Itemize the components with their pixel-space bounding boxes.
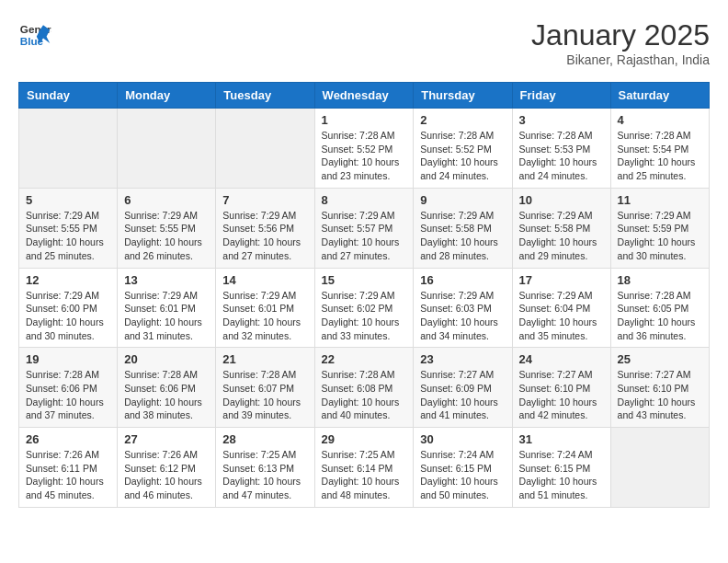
day-info: Sunrise: 7:29 AM Sunset: 5:59 PM Dayligh…	[618, 209, 702, 263]
location-subtitle: Bikaner, Rajasthan, India	[531, 52, 710, 67]
weekday-header-cell: Sunday	[19, 83, 118, 109]
calendar-cell: 23Sunrise: 7:27 AM Sunset: 6:09 PM Dayli…	[414, 348, 512, 428]
calendar-cell: 2Sunrise: 7:28 AM Sunset: 5:52 PM Daylig…	[414, 109, 512, 189]
day-number: 22	[322, 352, 407, 366]
weekday-header-cell: Tuesday	[216, 83, 314, 109]
day-info: Sunrise: 7:29 AM Sunset: 6:01 PM Dayligh…	[124, 289, 209, 343]
day-number: 15	[322, 273, 407, 287]
day-number: 2	[420, 113, 505, 127]
day-number: 7	[222, 193, 307, 207]
day-number: 31	[519, 432, 604, 446]
day-info: Sunrise: 7:26 AM Sunset: 6:12 PM Dayligh…	[124, 448, 209, 502]
calendar-cell: 16Sunrise: 7:29 AM Sunset: 6:03 PM Dayli…	[414, 268, 512, 348]
day-number: 29	[322, 432, 407, 446]
calendar-cell: 21Sunrise: 7:28 AM Sunset: 6:07 PM Dayli…	[216, 348, 314, 428]
day-info: Sunrise: 7:25 AM Sunset: 6:14 PM Dayligh…	[322, 448, 407, 502]
day-info: Sunrise: 7:29 AM Sunset: 5:58 PM Dayligh…	[420, 209, 505, 263]
calendar-cell: 30Sunrise: 7:24 AM Sunset: 6:15 PM Dayli…	[414, 428, 512, 508]
day-info: Sunrise: 7:24 AM Sunset: 6:15 PM Dayligh…	[420, 448, 505, 502]
calendar-cell: 25Sunrise: 7:27 AM Sunset: 6:10 PM Dayli…	[610, 348, 709, 428]
day-info: Sunrise: 7:29 AM Sunset: 5:58 PM Dayligh…	[519, 209, 604, 263]
day-number: 21	[222, 352, 307, 366]
day-info: Sunrise: 7:28 AM Sunset: 5:54 PM Dayligh…	[618, 129, 702, 183]
weekday-header-cell: Friday	[512, 83, 610, 109]
calendar-cell: 9Sunrise: 7:29 AM Sunset: 5:58 PM Daylig…	[414, 188, 512, 268]
day-info: Sunrise: 7:24 AM Sunset: 6:15 PM Dayligh…	[519, 448, 604, 502]
day-number: 12	[26, 273, 110, 287]
calendar-cell: 8Sunrise: 7:29 AM Sunset: 5:57 PM Daylig…	[314, 188, 414, 268]
weekday-header-cell: Thursday	[414, 83, 512, 109]
day-info: Sunrise: 7:27 AM Sunset: 6:10 PM Dayligh…	[618, 368, 702, 422]
day-number: 8	[322, 193, 407, 207]
calendar-cell: 6Sunrise: 7:29 AM Sunset: 5:55 PM Daylig…	[118, 188, 216, 268]
day-info: Sunrise: 7:25 AM Sunset: 6:13 PM Dayligh…	[222, 448, 307, 502]
day-number: 24	[519, 352, 604, 366]
page-header: General Blue January 2025 Bikaner, Rajas…	[18, 18, 710, 67]
day-info: Sunrise: 7:28 AM Sunset: 5:53 PM Dayligh…	[519, 129, 604, 183]
calendar-week-row: 5Sunrise: 7:29 AM Sunset: 5:55 PM Daylig…	[19, 188, 710, 268]
day-number: 4	[618, 113, 702, 127]
day-number: 19	[26, 352, 110, 366]
day-info: Sunrise: 7:29 AM Sunset: 6:03 PM Dayligh…	[420, 289, 505, 343]
calendar-cell: 29Sunrise: 7:25 AM Sunset: 6:14 PM Dayli…	[314, 428, 414, 508]
weekday-header-cell: Saturday	[610, 83, 709, 109]
calendar-cell: 13Sunrise: 7:29 AM Sunset: 6:01 PM Dayli…	[118, 268, 216, 348]
calendar-cell: 14Sunrise: 7:29 AM Sunset: 6:01 PM Dayli…	[216, 268, 314, 348]
day-number: 16	[420, 273, 505, 287]
day-number: 11	[618, 193, 702, 207]
day-number: 17	[519, 273, 604, 287]
day-info: Sunrise: 7:27 AM Sunset: 6:10 PM Dayligh…	[519, 368, 604, 422]
day-number: 3	[519, 113, 604, 127]
calendar-cell: 28Sunrise: 7:25 AM Sunset: 6:13 PM Dayli…	[216, 428, 314, 508]
calendar-cell: 20Sunrise: 7:28 AM Sunset: 6:06 PM Dayli…	[118, 348, 216, 428]
calendar-cell: 18Sunrise: 7:28 AM Sunset: 6:05 PM Dayli…	[610, 268, 709, 348]
day-number: 1	[322, 113, 407, 127]
calendar-cell: 17Sunrise: 7:29 AM Sunset: 6:04 PM Dayli…	[512, 268, 610, 348]
calendar-week-row: 12Sunrise: 7:29 AM Sunset: 6:00 PM Dayli…	[19, 268, 710, 348]
calendar-table: SundayMondayTuesdayWednesdayThursdayFrid…	[18, 82, 710, 508]
day-info: Sunrise: 7:29 AM Sunset: 5:56 PM Dayligh…	[222, 209, 307, 263]
day-info: Sunrise: 7:26 AM Sunset: 6:11 PM Dayligh…	[26, 448, 110, 502]
calendar-week-row: 19Sunrise: 7:28 AM Sunset: 6:06 PM Dayli…	[19, 348, 710, 428]
weekday-header-cell: Wednesday	[314, 83, 414, 109]
day-number: 5	[26, 193, 110, 207]
calendar-cell	[216, 109, 314, 189]
day-info: Sunrise: 7:28 AM Sunset: 5:52 PM Dayligh…	[322, 129, 407, 183]
day-number: 20	[124, 352, 209, 366]
day-info: Sunrise: 7:29 AM Sunset: 6:02 PM Dayligh…	[322, 289, 407, 343]
calendar-cell	[610, 428, 709, 508]
day-info: Sunrise: 7:27 AM Sunset: 6:09 PM Dayligh…	[420, 368, 505, 422]
month-title: January 2025	[531, 18, 710, 52]
calendar-cell: 4Sunrise: 7:28 AM Sunset: 5:54 PM Daylig…	[610, 109, 709, 189]
day-number: 25	[618, 352, 702, 366]
day-info: Sunrise: 7:28 AM Sunset: 6:06 PM Dayligh…	[26, 368, 110, 422]
day-number: 23	[420, 352, 505, 366]
day-number: 30	[420, 432, 505, 446]
calendar-cell	[19, 109, 118, 189]
day-info: Sunrise: 7:28 AM Sunset: 6:07 PM Dayligh…	[222, 368, 307, 422]
calendar-cell: 1Sunrise: 7:28 AM Sunset: 5:52 PM Daylig…	[314, 109, 414, 189]
calendar-cell: 24Sunrise: 7:27 AM Sunset: 6:10 PM Dayli…	[512, 348, 610, 428]
day-number: 26	[26, 432, 110, 446]
calendar-week-row: 1Sunrise: 7:28 AM Sunset: 5:52 PM Daylig…	[19, 109, 710, 189]
calendar-cell: 22Sunrise: 7:28 AM Sunset: 6:08 PM Dayli…	[314, 348, 414, 428]
weekday-header-cell: Monday	[118, 83, 216, 109]
day-info: Sunrise: 7:29 AM Sunset: 5:55 PM Dayligh…	[26, 209, 110, 263]
day-number: 6	[124, 193, 209, 207]
weekday-header-row: SundayMondayTuesdayWednesdayThursdayFrid…	[19, 83, 710, 109]
calendar-week-row: 26Sunrise: 7:26 AM Sunset: 6:11 PM Dayli…	[19, 428, 710, 508]
day-info: Sunrise: 7:29 AM Sunset: 6:04 PM Dayligh…	[519, 289, 604, 343]
day-info: Sunrise: 7:29 AM Sunset: 6:01 PM Dayligh…	[222, 289, 307, 343]
day-number: 10	[519, 193, 604, 207]
calendar-cell: 27Sunrise: 7:26 AM Sunset: 6:12 PM Dayli…	[118, 428, 216, 508]
calendar-cell: 31Sunrise: 7:24 AM Sunset: 6:15 PM Dayli…	[512, 428, 610, 508]
calendar-cell: 3Sunrise: 7:28 AM Sunset: 5:53 PM Daylig…	[512, 109, 610, 189]
calendar-cell: 12Sunrise: 7:29 AM Sunset: 6:00 PM Dayli…	[19, 268, 118, 348]
calendar-cell: 10Sunrise: 7:29 AM Sunset: 5:58 PM Dayli…	[512, 188, 610, 268]
calendar-cell: 11Sunrise: 7:29 AM Sunset: 5:59 PM Dayli…	[610, 188, 709, 268]
calendar-cell: 15Sunrise: 7:29 AM Sunset: 6:02 PM Dayli…	[314, 268, 414, 348]
day-info: Sunrise: 7:29 AM Sunset: 6:00 PM Dayligh…	[26, 289, 110, 343]
day-number: 18	[618, 273, 702, 287]
day-info: Sunrise: 7:29 AM Sunset: 5:55 PM Dayligh…	[124, 209, 209, 263]
calendar-cell: 5Sunrise: 7:29 AM Sunset: 5:55 PM Daylig…	[19, 188, 118, 268]
